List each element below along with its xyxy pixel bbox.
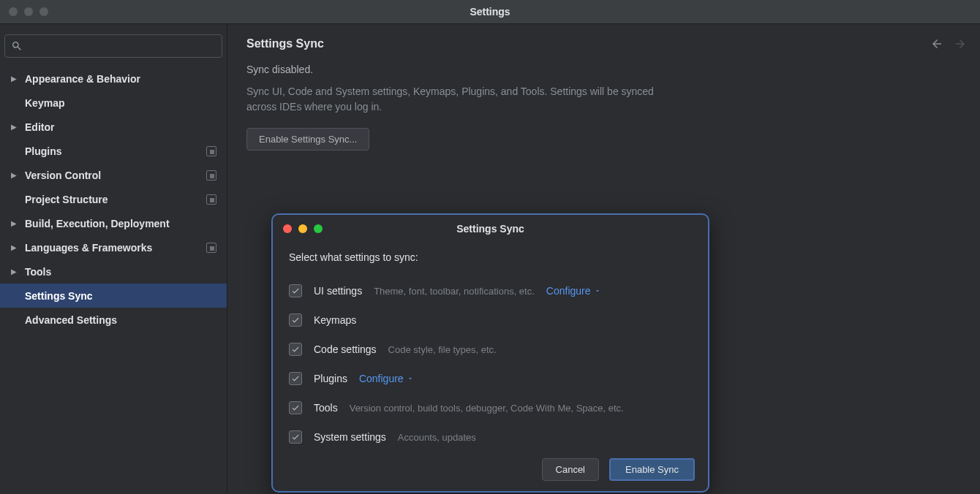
search-input[interactable]	[4, 34, 222, 58]
sync-option-checkbox[interactable]	[289, 343, 302, 356]
sync-option-label: Code settings	[314, 343, 377, 355]
sidebar-item-label: Keymap	[25, 97, 64, 109]
sync-status: Sync disabled.	[246, 64, 961, 75]
settings-sidebar: ▶Appearance & BehaviorKeymap▶EditorPlugi…	[0, 24, 227, 494]
chevron-right-icon: ▶	[9, 123, 19, 131]
window-title: Settings	[470, 6, 510, 18]
sidebar-item-version-control[interactable]: ▶Version Control	[0, 163, 227, 187]
configure-link[interactable]: Configure	[359, 373, 414, 384]
sync-option-row: Keymaps	[289, 305, 692, 335]
sync-option-checkbox[interactable]	[289, 284, 302, 297]
sidebar-item-editor[interactable]: ▶Editor	[0, 115, 227, 139]
sidebar-item-label: Project Structure	[25, 194, 108, 205]
sync-option-hint: Accounts, updates	[398, 432, 476, 443]
dialog-close-icon[interactable]	[283, 224, 292, 233]
dialog-maximize-icon[interactable]	[314, 224, 323, 233]
chevron-right-icon: ▶	[9, 267, 19, 276]
sidebar-item-keymap[interactable]: Keymap	[0, 91, 227, 115]
sidebar-item-label: Build, Execution, Deployment	[25, 218, 170, 229]
configure-label: Configure	[546, 285, 591, 297]
close-window-icon[interactable]	[9, 7, 18, 16]
sync-option-row: PluginsConfigure	[289, 364, 692, 393]
project-scope-icon	[206, 146, 216, 156]
sidebar-item-tools[interactable]: ▶Tools	[0, 259, 227, 284]
window-controls	[9, 7, 48, 16]
sync-option-row: Code settingsCode style, file types, etc…	[289, 335, 692, 364]
sync-option-row: ToolsVersion control, build tools, debug…	[289, 393, 692, 422]
sync-option-hint: Code style, file types, etc.	[388, 344, 497, 355]
sync-option-hint: Theme, font, toolbar, notifications, etc…	[374, 286, 535, 297]
sidebar-item-plugins[interactable]: Plugins	[0, 139, 227, 163]
sidebar-item-label: Editor	[25, 121, 54, 133]
sync-option-label: System settings	[314, 431, 386, 443]
sync-option-hint: Version control, build tools, debugger, …	[350, 403, 624, 414]
sync-option-row: UI settingsTheme, font, toolbar, notific…	[289, 276, 692, 305]
sync-description: Sync UI, Code and System settings, Keyma…	[246, 84, 656, 115]
sidebar-item-settings-sync[interactable]: Settings Sync	[0, 284, 227, 308]
chevron-right-icon: ▶	[9, 243, 19, 251]
sidebar-item-label: Languages & Frameworks	[25, 242, 152, 254]
dialog-minimize-icon[interactable]	[298, 224, 307, 233]
settings-tree: ▶Appearance & BehaviorKeymap▶EditorPlugi…	[0, 65, 227, 332]
chevron-right-icon: ▶	[9, 171, 19, 179]
dialog-titlebar: Settings Sync	[273, 215, 708, 243]
project-scope-icon	[206, 194, 216, 205]
sidebar-item-build-execution-deployment[interactable]: ▶Build, Execution, Deployment	[0, 211, 227, 235]
nav-back-icon[interactable]	[930, 37, 943, 50]
sidebar-item-label: Appearance & Behavior	[25, 73, 140, 85]
search-field[interactable]	[26, 41, 216, 52]
sync-option-checkbox[interactable]	[289, 430, 302, 444]
dialog-title: Settings Sync	[456, 223, 524, 235]
nav-forward-icon	[954, 37, 967, 50]
sidebar-item-label: Advanced Settings	[25, 314, 117, 326]
sync-option-label: UI settings	[314, 285, 362, 297]
configure-link[interactable]: Configure	[546, 285, 601, 297]
sync-option-checkbox[interactable]	[289, 372, 302, 385]
settings-sync-dialog: Settings Sync Select what settings to sy…	[271, 213, 709, 493]
configure-label: Configure	[359, 373, 404, 384]
main-titlebar: Settings	[0, 0, 980, 24]
sync-option-label: Keymaps	[314, 314, 356, 326]
sidebar-item-label: Plugins	[25, 145, 62, 157]
chevron-right-icon: ▶	[9, 75, 19, 83]
sync-option-label: Tools	[314, 402, 338, 414]
chevron-right-icon: ▶	[9, 219, 19, 227]
maximize-window-icon[interactable]	[39, 7, 48, 16]
sync-option-label: Plugins	[314, 373, 347, 384]
sync-option-checkbox[interactable]	[289, 314, 302, 327]
sync-options-list: UI settingsTheme, font, toolbar, notific…	[289, 276, 692, 452]
sync-option-row: System settingsAccounts, updates	[289, 422, 692, 452]
cancel-button[interactable]: Cancel	[542, 458, 599, 481]
sidebar-item-appearance-behavior[interactable]: ▶Appearance & Behavior	[0, 66, 227, 91]
dialog-prompt: Select what settings to sync:	[289, 251, 692, 263]
sidebar-item-label: Version Control	[25, 170, 101, 181]
enable-sync-confirm-button[interactable]: Enable Sync	[609, 458, 695, 481]
sidebar-item-project-structure[interactable]: Project Structure	[0, 187, 227, 211]
sidebar-item-advanced-settings[interactable]: Advanced Settings	[0, 308, 227, 332]
sync-option-checkbox[interactable]	[289, 401, 302, 414]
page-heading: Settings Sync	[246, 37, 961, 50]
project-scope-icon	[206, 170, 216, 180]
enable-sync-button[interactable]: Enable Settings Sync...	[246, 128, 369, 151]
sidebar-item-label: Settings Sync	[25, 290, 93, 302]
sidebar-item-languages-frameworks[interactable]: ▶Languages & Frameworks	[0, 235, 227, 259]
project-scope-icon	[206, 243, 216, 253]
search-icon	[11, 40, 23, 52]
minimize-window-icon[interactable]	[24, 7, 33, 16]
sidebar-item-label: Tools	[25, 266, 51, 278]
